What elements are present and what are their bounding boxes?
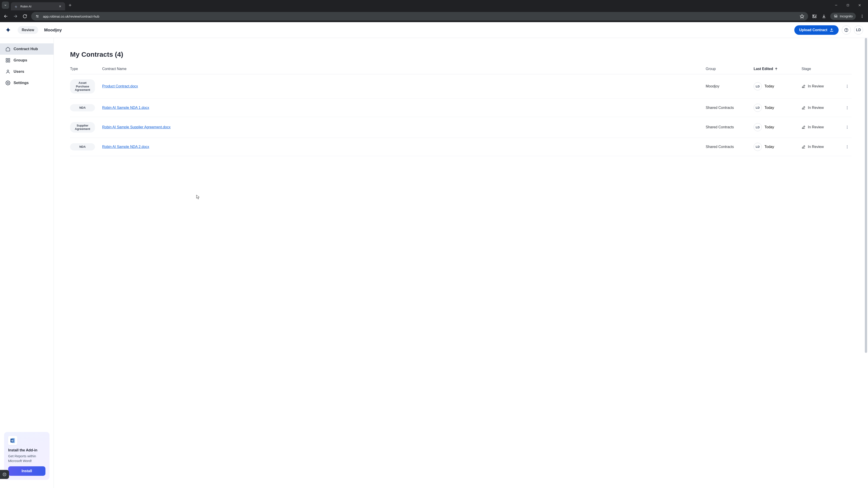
stage-label: In Review (808, 145, 824, 149)
svg-point-49 (847, 128, 848, 129)
edit-icon (802, 84, 806, 88)
type-badge: Supplier Agreement (70, 122, 95, 133)
maximize-icon (846, 4, 849, 6)
contract-link[interactable]: Product Contract.docx (102, 84, 138, 88)
browser-toolbar: app.robinai.co.uk/review/contract-hub In… (0, 10, 868, 22)
sidebar-item-users[interactable]: Users (0, 66, 54, 77)
svg-point-43 (847, 106, 848, 107)
table-row: Asset Purchase AgreementProduct Contract… (70, 74, 852, 99)
col-group[interactable]: Group (706, 67, 751, 71)
org-name: Moodjoy (44, 28, 62, 33)
table-row: NDARobin AI Sample NDA 1.docxShared Cont… (70, 99, 852, 117)
svg-point-41 (847, 87, 848, 88)
svg-rect-23 (8, 59, 10, 60)
col-type[interactable]: Type (70, 67, 99, 71)
svg-point-26 (7, 70, 8, 72)
window-close-button[interactable] (856, 2, 863, 8)
edited-time: Today (765, 125, 774, 129)
sidebar-item-settings[interactable]: Settings (0, 77, 54, 89)
stage-label: In Review (808, 125, 824, 129)
contract-link[interactable]: Robin AI Sample NDA 2.docx (102, 145, 149, 149)
col-name[interactable]: Contract Name (102, 67, 703, 71)
upload-contract-button[interactable]: Upload Contract (794, 25, 839, 35)
sidebar-item-label: Settings (13, 80, 29, 85)
stage-label: In Review (808, 106, 824, 110)
forward-button[interactable] (12, 13, 19, 20)
svg-rect-24 (6, 61, 7, 62)
main-content: My Contracts (4) Type Contract Name Grou… (54, 38, 868, 488)
last-edited-cell: LDToday (754, 123, 799, 131)
tab-close-button[interactable] (58, 4, 62, 8)
downloads-button[interactable] (821, 13, 827, 20)
addin-body: Get Reports within Microsoft Word! (8, 454, 45, 463)
back-button[interactable] (3, 13, 9, 20)
contract-link[interactable]: Robin AI Sample NDA 1.docx (102, 106, 149, 109)
site-info-button[interactable] (34, 13, 40, 19)
app-header: Review Moodjoy Upload Contract LD (0, 22, 868, 38)
group-cell: Moodjoy (706, 84, 751, 88)
kebab-icon (845, 145, 849, 149)
svg-point-40 (847, 86, 848, 87)
floating-help-button[interactable] (0, 470, 9, 479)
row-menu-button[interactable] (843, 84, 852, 88)
svg-rect-5 (847, 4, 849, 6)
svg-point-48 (847, 127, 848, 128)
review-pill[interactable]: Review (18, 26, 38, 34)
upload-icon (830, 28, 834, 32)
reload-button[interactable] (22, 13, 28, 20)
col-last-edited[interactable]: Last Edited (754, 67, 799, 71)
install-button-label: Install (22, 469, 32, 473)
tab-search-dropdown[interactable] (2, 2, 9, 9)
table-row: NDARobin AI Sample NDA 2.docxShared Cont… (70, 138, 852, 156)
address-bar[interactable]: app.robinai.co.uk/review/contract-hub (31, 12, 808, 21)
contract-link[interactable]: Robin AI Sample Supplier Agreement.docx (102, 125, 170, 129)
window-minimize-button[interactable] (833, 2, 839, 8)
svg-point-21 (846, 31, 846, 31)
svg-point-47 (847, 126, 848, 127)
svg-point-39 (847, 85, 848, 86)
stage-cell: In Review (802, 145, 840, 149)
row-menu-button[interactable] (843, 145, 852, 149)
app-body: Contract HubGroupsUsersSettings W Instal… (0, 38, 868, 488)
page-title: My Contracts (4) (70, 51, 852, 58)
app-root: Review Moodjoy Upload Contract LD Contra… (0, 22, 868, 488)
table-header: Type Contract Name Group Last Edited Sta… (70, 65, 852, 74)
svg-point-13 (37, 17, 38, 18)
browser-tab[interactable]: Robin AI (11, 2, 65, 10)
help-button[interactable] (842, 26, 851, 35)
arrow-left-icon (4, 14, 8, 19)
browser-menu-button[interactable] (859, 13, 865, 20)
group-cell: Shared Contracts (706, 106, 751, 110)
avatar-initials: LD (856, 28, 861, 32)
minimize-icon (835, 4, 838, 7)
robin-logo-icon[interactable] (5, 27, 14, 33)
extensions-button[interactable] (811, 13, 817, 20)
col-stage[interactable]: Stage (802, 67, 840, 71)
edited-time: Today (765, 84, 774, 88)
svg-rect-22 (6, 59, 7, 60)
editor-avatar: LD (754, 123, 762, 131)
sidebar-item-contract-hub[interactable]: Contract Hub (0, 43, 54, 55)
editor-avatar: LD (754, 143, 762, 151)
scrollbar[interactable] (864, 38, 868, 488)
stage-cell: In Review (802, 106, 840, 110)
install-button[interactable]: Install (8, 466, 45, 476)
svg-point-52 (847, 147, 848, 147)
row-menu-button[interactable] (843, 106, 852, 110)
type-badge: NDA (70, 104, 95, 111)
incognito-indicator[interactable]: Incognito (830, 13, 856, 20)
row-menu-button[interactable] (843, 125, 852, 129)
group-cell: Shared Contracts (706, 145, 751, 149)
new-tab-button[interactable] (67, 2, 73, 8)
tab-title: Robin AI (20, 5, 56, 8)
chevron-down-icon (4, 4, 7, 7)
stage-cell: In Review (802, 84, 840, 88)
sidebar-item-groups[interactable]: Groups (0, 55, 54, 66)
addin-card: W Install the Add-in Get Reports within … (4, 432, 50, 480)
bookmark-button[interactable] (799, 13, 805, 19)
window-maximize-button[interactable] (844, 2, 851, 8)
user-avatar[interactable]: LD (854, 26, 863, 35)
scroll-thumb[interactable] (865, 38, 867, 353)
plus-icon (68, 3, 72, 7)
group-cell: Shared Contracts (706, 125, 751, 129)
